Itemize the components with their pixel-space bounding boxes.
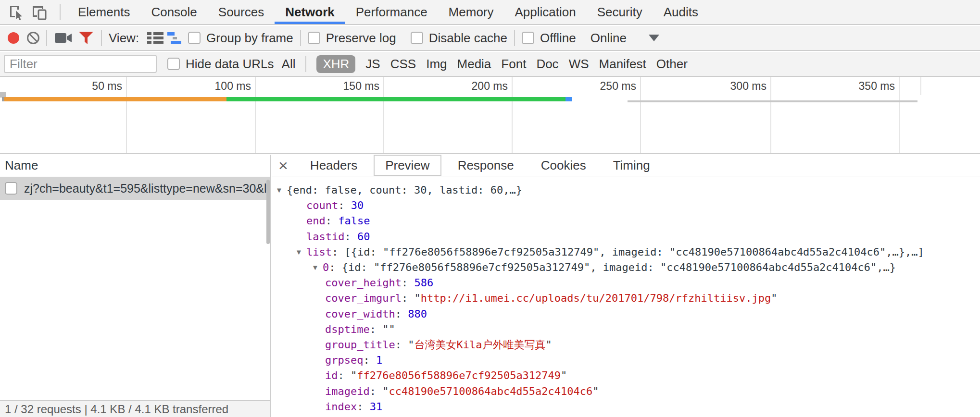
status-bar: 1 / 32 requests | 4.1 KB / 4.1 KB transf… xyxy=(0,400,270,417)
detail-tabs-list: HeadersPreviewResponseCookiesTiming xyxy=(300,155,661,176)
expand-arrow-icon[interactable]: ▼ xyxy=(276,183,283,198)
detail-tab-preview[interactable]: Preview xyxy=(374,155,441,176)
filter-type-xhr[interactable]: XHR xyxy=(316,55,355,73)
json-token: grpseq xyxy=(325,354,363,366)
filter-type-css[interactable]: CSS xyxy=(390,57,416,72)
json-token: : xyxy=(363,354,376,366)
preview-row: group_title: "台湾美女Kila户外唯美写真" xyxy=(272,337,980,353)
ruler-tick-label: 50 ms xyxy=(92,80,122,93)
filter-type-js[interactable]: JS xyxy=(365,57,380,72)
json-token: " xyxy=(561,369,567,381)
filter-toggle-button[interactable] xyxy=(78,31,94,45)
ruler-tick-label: 200 ms xyxy=(472,80,508,93)
devtools-window: ElementsConsoleSourcesNetworkPerformance… xyxy=(0,0,980,417)
preview-row: grpseq: 1 xyxy=(272,353,980,368)
tab-application[interactable]: Application xyxy=(504,0,587,24)
json-token: " xyxy=(771,292,777,304)
json-token: ff276e8056f58896e7cf92505a312749 xyxy=(357,369,561,381)
filter-type-other[interactable]: Other xyxy=(656,57,688,72)
tab-elements[interactable]: Elements xyxy=(67,0,140,24)
json-token: : xyxy=(357,401,370,413)
name-column-header[interactable]: Name xyxy=(0,155,270,176)
offline-label: Offline xyxy=(540,31,576,46)
divider xyxy=(46,30,47,46)
view-overview-button[interactable] xyxy=(167,31,184,45)
divider xyxy=(514,30,515,46)
filter-types: AllXHRJSCSSImgMediaFontDocWSManifestOthe… xyxy=(282,55,688,73)
json-token: 60 xyxy=(357,231,370,243)
preview-row: count: 30 xyxy=(272,198,980,213)
close-icon[interactable]: × xyxy=(278,156,288,175)
ruler-gridline-edge xyxy=(920,77,921,95)
tab-console[interactable]: Console xyxy=(140,0,207,24)
tab-sources[interactable]: Sources xyxy=(208,0,275,24)
scrollbar-thumb[interactable] xyxy=(266,180,270,244)
json-token: 台湾美女Kila户外唯美写真 xyxy=(414,339,545,351)
filter-type-media[interactable]: Media xyxy=(457,57,491,72)
preview-row[interactable]: ▼list: [{id: "ff276e8056f58896e7cf92505a… xyxy=(272,245,980,260)
detail-tab-cookies[interactable]: Cookies xyxy=(530,155,597,176)
request-checkbox[interactable] xyxy=(5,182,17,195)
filter-type-font[interactable]: Font xyxy=(501,57,526,72)
json-token: " xyxy=(545,339,552,351)
expand-arrow-icon[interactable]: ▼ xyxy=(295,245,302,260)
json-token: " xyxy=(351,369,357,381)
disable-cache-checkbox[interactable]: Disable cache xyxy=(411,31,507,46)
json-token: : xyxy=(402,292,415,304)
json-token: : xyxy=(395,308,408,320)
throttling-select[interactable]: Online xyxy=(591,31,627,46)
json-token: 880 xyxy=(408,308,427,320)
filter-type-all[interactable]: All xyxy=(282,57,296,72)
preview-row: cover_height: 586 xyxy=(272,275,980,291)
tab-performance[interactable]: Performance xyxy=(345,0,438,24)
capture-screenshots-button[interactable] xyxy=(54,31,73,45)
offline-checkbox[interactable]: Offline xyxy=(522,31,576,46)
json-token: index xyxy=(325,401,357,413)
ruler-tick-label: 300 ms xyxy=(730,80,766,93)
ruler-gridline xyxy=(126,77,127,154)
json-token: : xyxy=(326,215,339,227)
json-token: 30 xyxy=(351,199,364,211)
network-overview[interactable]: 50 ms100 ms150 ms200 ms250 ms300 ms350 m… xyxy=(0,77,980,154)
filter-type-img[interactable]: Img xyxy=(426,57,447,72)
detail-tab-timing[interactable]: Timing xyxy=(603,155,661,176)
expand-arrow-icon[interactable]: ▼ xyxy=(312,260,319,275)
json-token: end xyxy=(306,215,326,227)
json-token: cover_height xyxy=(325,277,402,289)
json-token: {end: false, count: 30, lastid: 60,…} xyxy=(287,184,522,196)
hide-data-urls-checkbox[interactable]: Hide data URLs xyxy=(167,57,274,72)
tab-audits[interactable]: Audits xyxy=(653,0,709,24)
request-details-pane: × HeadersPreviewResponseCookiesTiming ▼{… xyxy=(272,155,980,417)
clear-button[interactable] xyxy=(27,32,39,44)
waterfall-icon xyxy=(167,31,184,45)
json-token: cover_width xyxy=(325,308,395,320)
detail-tab-headers[interactable]: Headers xyxy=(300,155,368,176)
preview-row[interactable]: ▼{end: false, count: 30, lastid: 60,…} xyxy=(272,183,980,198)
waterfall-bar-blue xyxy=(565,97,572,101)
json-token: : xyxy=(344,231,357,243)
preview-row: lastid: 60 xyxy=(272,229,980,245)
device-toolbar-button[interactable] xyxy=(30,2,49,22)
preview-row: index: 31 xyxy=(272,399,980,415)
group-by-frame-checkbox[interactable]: Group by frame xyxy=(188,31,293,46)
preview-row: imageid: "cc48190e57100864abc4d55a2c4104… xyxy=(272,384,980,399)
tab-memory[interactable]: Memory xyxy=(438,0,504,24)
filter-type-manifest[interactable]: Manifest xyxy=(599,57,646,72)
chevron-down-icon[interactable] xyxy=(649,35,659,41)
json-token: 0 xyxy=(323,261,329,273)
request-row-selected[interactable]: zj?ch=beauty&t1=595&listtype=new&sn=30&l… xyxy=(0,177,270,200)
tab-security[interactable]: Security xyxy=(587,0,653,24)
filter-type-ws[interactable]: WS xyxy=(569,57,589,72)
preview-row[interactable]: ▼0: {id: "ff276e8056f58896e7cf92505a3127… xyxy=(272,260,980,275)
view-list-button[interactable] xyxy=(147,31,164,45)
request-name: zj?ch=beauty&t1=595&listtype=new&sn=30&l… xyxy=(24,182,270,196)
json-token: dsptime xyxy=(325,323,370,335)
record-button[interactable] xyxy=(8,32,19,44)
filter-input[interactable] xyxy=(4,55,157,73)
preserve-log-checkbox[interactable]: Preserve log xyxy=(308,31,396,46)
filter-type-doc[interactable]: Doc xyxy=(536,57,558,72)
detail-tab-response[interactable]: Response xyxy=(447,155,525,176)
inspect-element-button[interactable] xyxy=(7,2,26,22)
preview-row: cover_imgurl: "http://i1.umei.cc/uploads… xyxy=(272,291,980,306)
tab-network[interactable]: Network xyxy=(275,0,345,24)
